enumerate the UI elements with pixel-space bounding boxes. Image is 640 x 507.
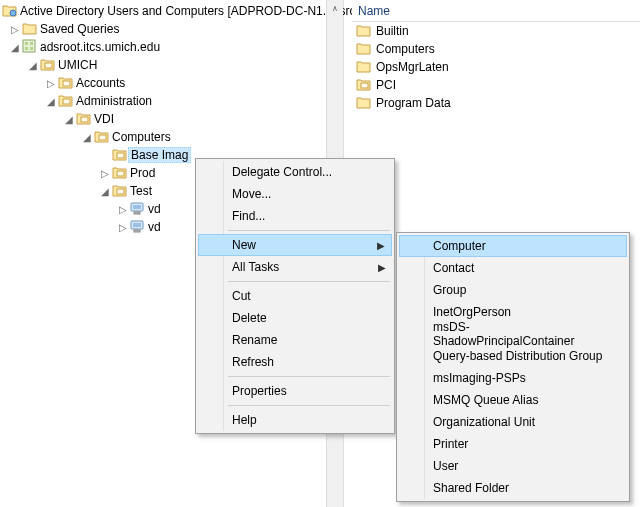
domain-icon (22, 39, 38, 55)
menu-item-label: Computer (433, 239, 486, 253)
column-header-name[interactable]: Name (352, 0, 640, 22)
menu-help[interactable]: Help (198, 409, 392, 431)
ou-icon (76, 111, 92, 127)
menu-new-msds-shadow[interactable]: msDS-ShadowPrincipalContainer (399, 323, 627, 345)
expander-icon[interactable]: ◢ (62, 114, 76, 125)
list-item[interactable]: Builtin (352, 22, 640, 40)
menu-item-label: Contact (433, 261, 474, 275)
folder-icon (22, 21, 38, 37)
tree-item-computers[interactable]: ◢ Computers (2, 128, 343, 146)
menu-new-group[interactable]: Group (399, 279, 627, 301)
tree-item-label: vd (146, 219, 163, 235)
tree-item-label: VDI (92, 111, 116, 127)
menu-properties[interactable]: Properties (198, 380, 392, 402)
list-item[interactable]: Computers (352, 40, 640, 58)
menu-rename[interactable]: Rename (198, 329, 392, 351)
menu-cut[interactable]: Cut (198, 285, 392, 307)
tree-item-label: Administration (74, 93, 154, 109)
menu-item-label: Organizational Unit (433, 415, 535, 429)
list-item-label: Program Data (376, 96, 451, 110)
tree-item-label: UMICH (56, 57, 99, 73)
menu-separator (228, 281, 390, 282)
tree-root[interactable]: Active Directory Users and Computers [AD… (2, 2, 343, 20)
list-item-label: OpsMgrLaten (376, 60, 449, 74)
expander-icon[interactable]: ▷ (44, 78, 58, 89)
tree-item-label: Prod (128, 165, 157, 181)
tree-item-accounts[interactable]: ▷ Accounts (2, 74, 343, 92)
submenu-new: Computer Contact Group InetOrgPerson msD… (396, 232, 630, 502)
list-item[interactable]: OpsMgrLaten (352, 58, 640, 76)
menu-item-label: User (433, 459, 458, 473)
menu-item-label: Rename (232, 333, 277, 347)
menu-delegate-control[interactable]: Delegate Control... (198, 161, 392, 183)
ou-icon (58, 75, 74, 91)
menu-new-msmq-queue-alias[interactable]: MSMQ Queue Alias (399, 389, 627, 411)
menu-item-label: InetOrgPerson (433, 305, 511, 319)
tree-item-umich[interactable]: ◢ UMICH (2, 56, 343, 74)
menu-new-ou[interactable]: Organizational Unit (399, 411, 627, 433)
scroll-up-icon[interactable]: ∧ (327, 0, 342, 17)
tree-item-label: Accounts (74, 75, 127, 91)
menu-separator (228, 405, 390, 406)
menu-item-label: Refresh (232, 355, 274, 369)
expander-icon[interactable]: ▷ (116, 222, 130, 233)
menu-item-label: msImaging-PSPs (433, 371, 526, 385)
expander-icon[interactable]: ▷ (98, 168, 112, 179)
list-body: Builtin Computers OpsMgrLaten PCI Progra… (352, 22, 640, 112)
expander-icon[interactable]: ◢ (8, 42, 22, 53)
ou-icon (356, 77, 372, 93)
menu-item-label: New (232, 238, 256, 252)
ou-icon (58, 93, 74, 109)
aduc-icon (2, 3, 18, 19)
tree-item-saved-queries[interactable]: ▷ Saved Queries (2, 20, 343, 38)
menu-find[interactable]: Find... (198, 205, 392, 227)
menu-new-msimaging-psps[interactable]: msImaging-PSPs (399, 367, 627, 389)
ou-icon (112, 165, 128, 181)
expander-icon[interactable]: ◢ (98, 186, 112, 197)
menu-all-tasks[interactable]: All Tasks ▶ (198, 256, 392, 278)
container-icon (356, 41, 372, 57)
menu-new-user[interactable]: User (399, 455, 627, 477)
menu-new-shared-folder[interactable]: Shared Folder (399, 477, 627, 499)
menu-item-label: Group (433, 283, 466, 297)
menu-refresh[interactable]: Refresh (198, 351, 392, 373)
submenu-arrow-icon: ▶ (378, 262, 386, 273)
tree-item-domain[interactable]: ◢ adsroot.itcs.umich.edu (2, 38, 343, 56)
list-item[interactable]: Program Data (352, 94, 640, 112)
container-icon (356, 23, 372, 39)
menu-item-label: Cut (232, 289, 251, 303)
expander-icon[interactable]: ▷ (116, 204, 130, 215)
container-icon (356, 59, 372, 75)
menu-separator (228, 376, 390, 377)
menu-new-computer[interactable]: Computer (399, 235, 627, 257)
expander-icon[interactable]: ◢ (80, 132, 94, 143)
menu-item-label: Delegate Control... (232, 165, 332, 179)
ou-icon (94, 129, 110, 145)
menu-delete[interactable]: Delete (198, 307, 392, 329)
expander-icon[interactable]: ◢ (26, 60, 40, 71)
menu-separator (228, 230, 390, 231)
ou-icon (40, 57, 56, 73)
computer-icon (130, 201, 146, 217)
computer-icon (130, 219, 146, 235)
tree-item-label: Computers (110, 129, 173, 145)
ou-icon (112, 183, 128, 199)
menu-new-contact[interactable]: Contact (399, 257, 627, 279)
tree-item-vdi[interactable]: ◢ VDI (2, 110, 343, 128)
tree-item-administration[interactable]: ◢ Administration (2, 92, 343, 110)
expander-icon[interactable]: ▷ (8, 24, 22, 35)
list-item-label: PCI (376, 78, 396, 92)
menu-item-label: Shared Folder (433, 481, 509, 495)
list-item[interactable]: PCI (352, 76, 640, 94)
tree-item-label: adsroot.itcs.umich.edu (38, 39, 162, 55)
expander-icon[interactable]: ◢ (44, 96, 58, 107)
tree-item-label: Base Imag (128, 147, 191, 163)
list-item-label: Builtin (376, 24, 409, 38)
menu-move[interactable]: Move... (198, 183, 392, 205)
container-icon (356, 95, 372, 111)
menu-item-label: Properties (232, 384, 287, 398)
menu-new[interactable]: New ▶ (198, 234, 392, 256)
menu-new-query-group[interactable]: Query-based Distribution Group (399, 345, 627, 367)
menu-item-label: Help (232, 413, 257, 427)
menu-new-printer[interactable]: Printer (399, 433, 627, 455)
